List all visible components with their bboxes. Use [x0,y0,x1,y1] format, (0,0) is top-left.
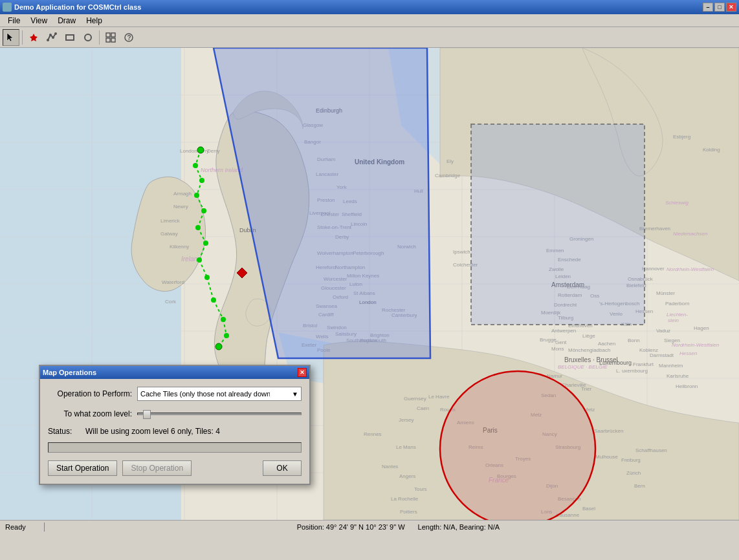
svg-text:Le Mans: Le Mans [396,444,416,450]
svg-text:Le Havre: Le Havre [428,394,450,400]
svg-point-198 [194,193,199,198]
svg-point-199 [201,208,206,213]
svg-point-202 [197,257,202,263]
menu-draw[interactable]: Draw [52,16,81,26]
dialog-close-button[interactable]: ✕ [298,368,307,377]
svg-point-207 [215,343,222,350]
svg-text:Frankfurt: Frankfurt [633,361,654,367]
dialog-buttons-row: Start Operation Stop Operation OK [48,460,302,476]
map-operations-dialog: Map Operations ✕ Operation to Perform: C… [39,365,311,485]
tool-point[interactable] [25,29,42,46]
progress-bar [48,442,302,453]
svg-text:Angers: Angers [399,473,415,479]
close-button[interactable]: ✕ [726,3,736,12]
svg-point-203 [204,275,210,280]
status-length: Length: N/A, Bearing: N/A [418,523,500,531]
svg-text:Basel: Basel [582,506,595,512]
svg-text:Mulhouse: Mulhouse [595,454,618,460]
svg-point-182 [440,371,595,520]
svg-text:BELGIQUE · BELGIE: BELGIQUE · BELGIE [558,364,608,370]
svg-text:stein: stein [668,318,679,323]
svg-text:Aachen: Aachen [598,341,615,347]
svg-text:Münster: Münster [656,290,675,296]
svg-marker-1 [30,34,38,41]
tool-polyline[interactable] [43,29,60,46]
operation-dropdown[interactable]: Cache Tiles (only those not already down… [137,387,302,401]
svg-text:Darmstadt: Darmstadt [650,352,674,358]
status-bar: Ready Position: 49° 24' 9" N 10° 23' 9" … [0,520,739,533]
svg-text:Mons: Mons [551,346,564,352]
svg-text:Zürich: Zürich [626,470,641,476]
svg-text:Antwerpen: Antwerpen [551,328,576,334]
tool-cache[interactable] [102,29,119,46]
menu-file[interactable]: File [3,16,25,26]
svg-point-204 [211,297,216,303]
svg-text:La Rochelle: La Rochelle [391,496,419,502]
svg-text:Caen: Caen [417,405,429,411]
svg-text:Mannheim: Mannheim [659,363,683,369]
svg-text:Esbjerg: Esbjerg [673,134,690,140]
tool-circle[interactable] [80,29,96,46]
svg-rect-8 [106,33,110,37]
svg-text:L. uxembourg: L. uxembourg [616,368,648,374]
tool-help[interactable]: ? [120,29,137,46]
zoom-row: To what zoom level: [48,407,302,420]
svg-text:Jersey: Jersey [399,417,414,423]
svg-text:Bern: Bern [634,483,645,489]
stop-operation-button[interactable]: Stop Operation [122,460,192,476]
svg-text:Hessen: Hessen [679,350,698,356]
svg-text:Ipswich: Ipswich [453,249,470,255]
svg-marker-0 [7,33,13,41]
zoom-slider-track[interactable] [137,413,302,415]
menu-bar: File View Draw Help [0,14,739,27]
maximize-button[interactable]: □ [714,3,725,12]
tool-select[interactable] [3,29,19,46]
svg-rect-9 [111,33,115,37]
svg-point-196 [193,163,198,168]
svg-text:Northern Ireland: Northern Ireland [201,167,243,173]
menu-view[interactable]: View [25,16,52,26]
operation-row: Operation to Perform: Cache Tiles (only … [48,387,302,401]
svg-text:Armagh: Armagh [173,191,192,197]
svg-text:Saarbrücken: Saarbrücken [594,428,623,434]
svg-text:Poitiers: Poitiers [400,509,417,515]
ok-button[interactable]: OK [263,460,302,476]
start-operation-button[interactable]: Start Operation [48,460,117,476]
dropdown-arrow-icon: ▼ [292,391,298,398]
svg-text:Kilkenny: Kilkenny [170,244,189,250]
svg-text:Hagen: Hagen [694,325,709,331]
svg-text:Cork: Cork [165,299,177,305]
zoom-label: To what zoom level: [48,409,132,418]
svg-text:Nordrhein-Westfalen: Nordrhein-Westfalen [667,266,714,272]
svg-text:Nantes: Nantes [382,464,398,469]
zoom-slider-thumb[interactable] [143,410,151,419]
status-right: Position: 49° 24' 9" N 10° 23' 9" W Leng… [63,523,734,531]
svg-text:Liechten-: Liechten- [667,312,688,318]
svg-point-200 [195,225,201,230]
svg-text:Galway: Galway [160,231,178,237]
dialog-body: Operation to Perform: Cache Tiles (only … [40,379,309,484]
svg-text:Trier: Trier [581,386,591,392]
status-divider [44,522,45,532]
title-bar: Demo Application for COSMCtrl class – □ … [0,0,739,14]
svg-point-2 [47,39,49,41]
svg-text:Hannover: Hannover [642,266,665,272]
svg-text:Brugge: Brugge [540,337,557,343]
svg-rect-181 [471,124,645,325]
svg-text:Mönchengladbach: Mönchengladbach [568,347,610,353]
minimize-button[interactable]: – [703,3,713,12]
dialog-titlebar[interactable]: Map Operations ✕ [40,366,309,379]
tool-rectangle[interactable] [61,29,78,46]
menu-help[interactable]: Help [81,16,107,26]
status-label: Status: [48,427,80,436]
status-ready: Ready [5,523,26,531]
svg-text:Karlsruhe: Karlsruhe [667,373,689,379]
svg-text:Guernsey: Guernsey [404,396,426,402]
svg-text:Vaduz: Vaduz [656,328,670,334]
map-container[interactable]: Edinburgh Glasgow Dublin Durham Lancaste… [0,48,739,520]
svg-text:Derry: Derry [207,148,220,154]
dialog-title: Map Operations [43,369,96,376]
svg-text:Freiburg: Freiburg [621,457,641,463]
svg-text:Rennes: Rennes [364,431,382,437]
toolbar: ? [0,27,739,48]
